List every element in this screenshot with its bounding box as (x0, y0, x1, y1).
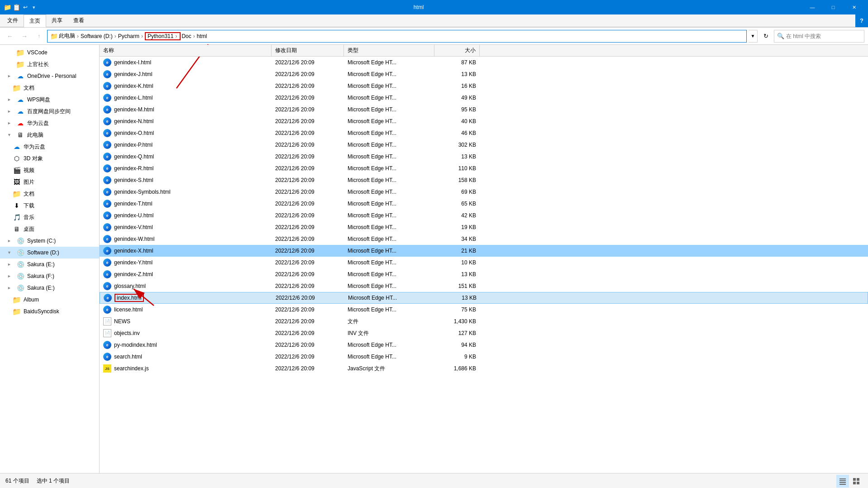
file-rows-container: e genindex-I.html 2022/12/6 20:09 Micros… (100, 57, 868, 374)
table-row[interactable]: e search.html 2022/12/6 20:09 Microsoft … (100, 351, 868, 363)
breadcrumb-bar[interactable]: 📁 此电脑 › Software (D:) › Pycharm › Python… (47, 30, 747, 43)
sidebar-item-vscode[interactable]: 📁 VSCode (0, 47, 99, 58)
ribbon-tab-file[interactable]: 文件 (2, 14, 24, 27)
up-button[interactable]: ↑ (33, 30, 45, 43)
table-row[interactable]: e genindex-X.html 2022/12/6 20:09 Micros… (100, 245, 868, 257)
sidebar-item-thispc[interactable]: ▼ 🖥 此电脑 (0, 129, 99, 141)
sidebar-item-softd[interactable]: ▼ 💿 Software (D:) (0, 247, 99, 258)
table-row[interactable]: e genindex-K.html 2022/12/6 20:09 Micros… (100, 80, 868, 92)
table-row[interactable]: e glossary.html 2022/12/6 20:09 Microsof… (100, 280, 868, 292)
file-name: license.html (114, 306, 143, 313)
sidebar-item-baidu[interactable]: ► ☁ 百度网盘同步空间 (0, 105, 99, 117)
breadcrumb-html[interactable]: html (197, 33, 207, 39)
column-header-date[interactable]: 修改日期 (272, 45, 344, 56)
table-row[interactable]: e genindex-P.html 2022/12/6 20:09 Micros… (100, 139, 868, 151)
sidebar-item-doc2[interactable]: 📁 文档 (0, 188, 99, 200)
file-cell-type: 文件 (344, 316, 434, 327)
file-cell-name: e genindex-N.html (100, 115, 272, 127)
search-input[interactable] (786, 33, 861, 39)
breadcrumb-software[interactable]: Software (D:) › (81, 33, 117, 39)
sidebar-item-music[interactable]: 🎵 音乐 (0, 211, 99, 223)
sidebar-item-onedrive[interactable]: ► ☁ OneDrive - Personal (0, 70, 99, 82)
table-row[interactable]: e genindex-N.html 2022/12/6 20:09 Micros… (100, 115, 868, 127)
table-row[interactable]: e genindex-Z.html 2022/12/6 20:09 Micros… (100, 268, 868, 280)
ribbon-tab-share[interactable]: 共享 (46, 14, 68, 27)
table-row[interactable]: e genindex-L.html 2022/12/6 20:09 Micros… (100, 92, 868, 104)
edge-icon: e (103, 153, 111, 161)
table-row[interactable]: e genindex-T.html 2022/12/6 20:09 Micros… (100, 198, 868, 210)
cloud-huawei-icon: ☁ (16, 119, 24, 127)
table-row[interactable]: JS searchindex.js 2022/12/6 20:09 JavaSc… (100, 363, 868, 374)
table-row[interactable]: e genindex-Symbols.html 2022/12/6 20:09 … (100, 186, 868, 198)
file-name: genindex-U.html (114, 212, 153, 219)
sidebar-item-shanguan[interactable]: 📁 上官社长 (0, 58, 99, 70)
table-row[interactable]: e genindex-J.html 2022/12/6 20:09 Micros… (100, 68, 868, 80)
ribbon-tab-home[interactable]: 主页 (24, 14, 46, 27)
sidebar-item-huawei2[interactable]: ☁ 华为云盘 (0, 141, 99, 153)
breadcrumb-python311[interactable]: Python311 › (145, 32, 181, 40)
edge-icon: e (103, 200, 111, 208)
table-row[interactable]: 📄 NEWS 2022/12/6 20:09 文件 1,430 KB (100, 316, 868, 327)
sidebar-item-sakurae[interactable]: ► 💿 Sakura (E:) (0, 258, 99, 270)
sidebar-item-video[interactable]: 🎬 视频 (0, 164, 99, 176)
breadcrumb-pycharm[interactable]: Pycharm › (118, 33, 144, 39)
forward-button[interactable]: → (18, 30, 31, 43)
close-button[interactable]: ✕ (844, 0, 864, 14)
sidebar-item-album[interactable]: 📁 Album (0, 294, 99, 306)
ribbon-tab-view[interactable]: 查看 (68, 14, 90, 27)
sidebar-item-picture[interactable]: 🖼 图片 (0, 176, 99, 188)
file-cell-date: 2022/12/6 20:09 (272, 163, 344, 174)
table-row[interactable]: e genindex-Y.html 2022/12/6 20:09 Micros… (100, 257, 868, 268)
file-cell-size: 69 KB (434, 186, 480, 198)
sidebar-item-baidusyncdisk[interactable]: 📁 BaiduSyncdisk (0, 306, 99, 317)
sidebar-item-desktop[interactable]: 🖥 桌面 (0, 223, 99, 235)
address-bar: ← → ↑ 📁 此电脑 › Software (D:) › Pycharm › … (0, 28, 868, 45)
breadcrumb-doc[interactable]: Doc › (181, 33, 196, 39)
ribbon-help-button[interactable]: ? (855, 14, 868, 27)
table-row[interactable]: e license.html 2022/12/6 20:09 Microsoft… (100, 304, 868, 316)
file-cell-date: 2022/12/6 20:09 (272, 233, 344, 245)
sidebar-item-huawei[interactable]: ► ☁ 华为云盘 (0, 117, 99, 129)
table-row[interactable]: 📄 objects.inv 2022/12/6 20:09 INV 文件 127… (100, 327, 868, 339)
table-row[interactable]: e genindex-W.html 2022/12/6 20:09 Micros… (100, 233, 868, 245)
sidebar-item-sakuraf[interactable]: ► 💿 Sakura (F:) (0, 270, 99, 282)
sidebar-item-download[interactable]: ⬇ 下载 (0, 200, 99, 211)
table-row[interactable]: e index.html 2022/12/6 20:09 Microsoft E… (100, 292, 868, 304)
back-button[interactable]: ← (4, 30, 16, 43)
column-header-size[interactable]: 大小 (434, 45, 480, 56)
download-icon: ⬇ (13, 201, 21, 210)
table-row[interactable]: e genindex-O.html 2022/12/6 20:09 Micros… (100, 127, 868, 139)
large-icon-view-button[interactable] (850, 475, 863, 488)
edge-icon: e (103, 282, 111, 290)
table-row[interactable]: e py-modindex.html 2022/12/6 20:09 Micro… (100, 339, 868, 351)
table-row[interactable]: e genindex-I.html 2022/12/6 20:09 Micros… (100, 57, 868, 68)
svg-rect-3 (839, 484, 846, 485)
edge-icon: e (103, 211, 111, 220)
file-cell-name: e genindex-J.html (100, 68, 272, 80)
sidebar-item-sysc[interactable]: ► 💿 System (C:) (0, 235, 99, 247)
drive-icon: 💿 (16, 237, 24, 245)
detail-view-button[interactable] (836, 475, 849, 488)
breadcrumb-thispc[interactable]: 此电脑 › (59, 32, 80, 40)
file-cell-date: 2022/12/6 20:09 (272, 151, 344, 163)
file-cell-type: Microsoft Edge HT... (344, 280, 434, 292)
sidebar-item-sakurae2[interactable]: ► 💿 Sakura (E:) (0, 282, 99, 294)
video-icon: 🎬 (13, 166, 21, 174)
address-dropdown-button[interactable]: ▼ (749, 30, 758, 43)
table-row[interactable]: e genindex-R.html 2022/12/6 20:09 Micros… (100, 163, 868, 174)
column-header-type[interactable]: 类型 (344, 45, 434, 56)
sidebar-item-wendang[interactable]: 📁 文档 (0, 82, 99, 94)
cloud-baidu-icon: ☁ (16, 107, 24, 115)
file-cell-size: 13 KB (434, 68, 480, 80)
table-row[interactable]: e genindex-V.html 2022/12/6 20:09 Micros… (100, 221, 868, 233)
sidebar-item-3d[interactable]: ⬡ 3D 对象 (0, 153, 99, 164)
table-row[interactable]: e genindex-Q.html 2022/12/6 20:09 Micros… (100, 151, 868, 163)
refresh-button[interactable]: ↻ (759, 30, 772, 43)
sidebar-item-wps[interactable]: ► ☁ WPS网盘 (0, 94, 99, 105)
column-header-name[interactable]: 名称 (100, 45, 272, 56)
table-row[interactable]: e genindex-S.html 2022/12/6 20:09 Micros… (100, 174, 868, 186)
maximize-button[interactable]: □ (823, 0, 844, 14)
minimize-button[interactable]: — (802, 0, 823, 14)
table-row[interactable]: e genindex-M.html 2022/12/6 20:09 Micros… (100, 104, 868, 115)
table-row[interactable]: e genindex-U.html 2022/12/6 20:09 Micros… (100, 210, 868, 221)
